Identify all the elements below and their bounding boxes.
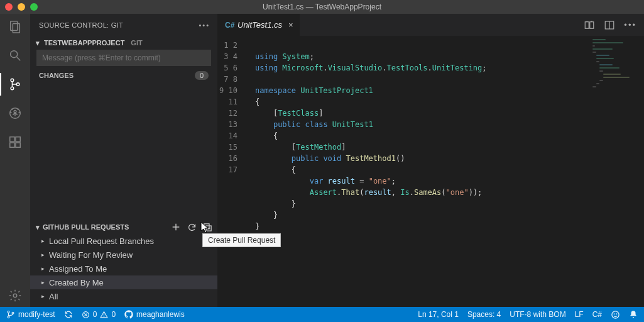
extensions-icon[interactable] — [8, 135, 23, 150]
line-number-gutter: 1 2 3 4 5 6 7 8 9 10 11 12 13 14 15 16 1… — [217, 36, 248, 307]
settings-gear-icon[interactable] — [8, 288, 23, 303]
tab-bar: C# UnitTest1.cs × ••• — [217, 14, 644, 36]
pr-panel-title: GITHUB PULL REQUESTS — [43, 223, 129, 231]
chevron-down-icon: ▾ — [35, 223, 40, 231]
svg-point-5 — [11, 87, 14, 90]
svg-point-13 — [13, 294, 17, 297]
fullscreen-window-button[interactable] — [30, 3, 38, 11]
tab-unittest1[interactable]: C# UnitTest1.cs × — [217, 14, 300, 36]
sidebar: SOURCE CONTROL: GIT ••• ▾ TESTWEBAPPPROJ… — [30, 14, 217, 307]
svg-line-3 — [17, 57, 21, 61]
svg-point-8 — [14, 110, 16, 113]
pr-tree-item-label: All — [49, 292, 58, 301]
sidebar-title: SOURCE CONTROL: GIT — [39, 21, 123, 29]
svg-rect-0 — [11, 21, 18, 31]
more-actions-icon[interactable]: ••• — [624, 20, 636, 30]
changes-label: CHANGES — [39, 72, 74, 79]
svg-point-4 — [11, 79, 14, 82]
search-icon[interactable] — [8, 48, 23, 63]
notifications-bell-icon[interactable] — [629, 310, 638, 319]
pr-tree-item[interactable]: ▸Local Pull Request Branches — [30, 234, 217, 248]
svg-rect-11 — [10, 143, 14, 147]
svg-point-2 — [11, 51, 18, 58]
tab-filename: UnitTest1.cs — [237, 20, 282, 30]
pr-tree-item-label: Assigned To Me — [49, 264, 107, 274]
svg-point-24 — [8, 316, 9, 318]
pr-tree-item[interactable]: ▸Waiting For My Review — [30, 248, 217, 262]
pr-tree-item[interactable]: ▸All — [30, 289, 217, 303]
more-icon[interactable]: ••• — [199, 21, 210, 29]
eol-status[interactable]: LF — [575, 310, 584, 319]
error-count: 0 — [93, 310, 97, 319]
editor-area: C# UnitTest1.cs × ••• 1 2 3 4 5 6 7 8 9 … — [217, 14, 644, 307]
activity-bar — [0, 14, 30, 307]
create-pull-request-icon[interactable] — [171, 222, 181, 232]
chevron-right-icon: ▸ — [41, 238, 46, 244]
pr-tree-item[interactable]: ▸Assigned To Me — [30, 262, 217, 275]
chevron-right-icon: ▸ — [41, 252, 46, 258]
minimap[interactable] — [592, 39, 636, 108]
chevron-down-icon: ▾ — [35, 39, 40, 47]
svg-point-30 — [104, 316, 105, 316]
minimize-window-button[interactable] — [18, 3, 25, 11]
code-content[interactable]: using System; using Microsoft.VisualStud… — [248, 36, 644, 307]
status-bar: modify-test 0 0 meaghanlewis Ln 17, Col … — [0, 307, 644, 322]
indentation-status[interactable]: Spaces: 4 — [467, 310, 501, 319]
source-control-icon[interactable] — [8, 77, 23, 92]
chevron-right-icon: ▸ — [41, 279, 46, 286]
svg-rect-1 — [13, 23, 19, 33]
explorer-icon[interactable] — [8, 19, 23, 34]
collapse-all-icon[interactable] — [203, 223, 212, 232]
close-tab-icon[interactable]: × — [286, 20, 293, 30]
repo-provider: GIT — [131, 39, 142, 47]
github-pr-panel-header[interactable]: ▾ GITHUB PULL REQUESTS — [30, 220, 217, 234]
chevron-right-icon: ▸ — [41, 293, 46, 299]
chevron-right-icon: ▸ — [41, 265, 46, 272]
repo-panel-header[interactable]: ▾ TESTWEBAPPPROJECT GIT — [30, 36, 217, 50]
encoding-status[interactable]: UTF-8 with BOM — [510, 310, 565, 319]
svg-point-25 — [12, 312, 14, 314]
pr-list: ▸Local Pull Request Branches▸Waiting For… — [30, 234, 217, 307]
github-user-status[interactable]: meaghanlewis — [124, 310, 185, 319]
language-mode-status[interactable]: C# — [592, 310, 602, 319]
tooltip-text: Create Pull Request — [208, 236, 275, 245]
split-editor-icon[interactable] — [604, 19, 615, 31]
pr-tree-item-label: Created By Me — [49, 278, 104, 287]
pr-tree-item-label: Waiting For My Review — [49, 250, 133, 260]
window-controls — [5, 3, 38, 11]
svg-rect-12 — [16, 143, 20, 147]
problems-status[interactable]: 0 0 — [82, 310, 116, 319]
pr-tree-item-label: Local Pull Request Branches — [49, 236, 154, 246]
svg-point-33 — [616, 313, 617, 314]
sync-status[interactable] — [64, 310, 73, 319]
titlebar: UnitTest1.cs — TestWebAppProject — [0, 0, 644, 14]
feedback-smiley-icon[interactable] — [611, 310, 620, 319]
refresh-icon[interactable] — [187, 223, 197, 232]
svg-rect-9 — [10, 137, 14, 142]
sidebar-header: SOURCE CONTROL: GIT ••• — [30, 14, 217, 36]
cursor-position-status[interactable]: Ln 17, Col 1 — [418, 310, 459, 319]
commit-message-input[interactable] — [36, 50, 211, 66]
window-title: UnitTest1.cs — TestWebAppProject — [263, 3, 381, 11]
close-window-button[interactable] — [5, 3, 13, 11]
svg-rect-20 — [590, 21, 594, 28]
svg-rect-10 — [16, 137, 20, 142]
csharp-file-icon: C# — [225, 21, 234, 30]
svg-point-32 — [614, 313, 614, 314]
svg-point-23 — [8, 311, 9, 313]
repo-name: TESTWEBAPPPROJECT — [44, 39, 124, 47]
pr-tree-item[interactable]: ▸Created By Me — [30, 275, 217, 289]
changes-count-badge: 0 — [195, 71, 209, 80]
compare-changes-icon[interactable] — [584, 19, 595, 31]
branch-name: modify-test — [18, 310, 55, 319]
svg-point-31 — [612, 311, 619, 318]
warning-count: 0 — [111, 310, 116, 319]
github-username: meaghanlewis — [136, 310, 185, 319]
svg-rect-19 — [586, 21, 589, 28]
tooltip: Create Pull Request — [202, 233, 281, 247]
debug-icon[interactable] — [8, 106, 23, 121]
git-branch-status[interactable]: modify-test — [6, 310, 55, 319]
svg-point-6 — [16, 83, 19, 86]
